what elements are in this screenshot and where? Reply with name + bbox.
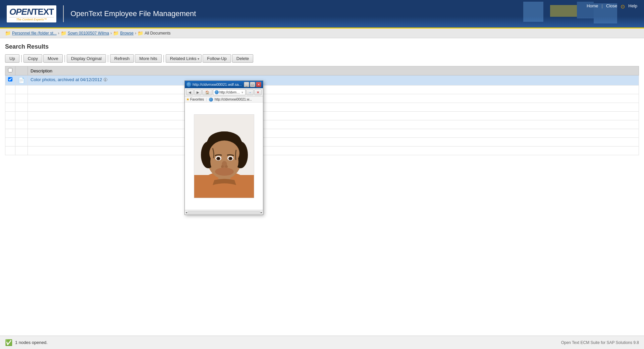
popup-close-button[interactable]: ✕ <box>256 82 261 87</box>
table-row-empty-4 <box>5 112 639 120</box>
logo-tagline: The Content Experts™ <box>9 17 54 21</box>
portrait-svg <box>194 115 254 198</box>
popup-scrollbar: ◂ ▸ <box>185 210 263 215</box>
copy-button[interactable]: Copy <box>23 54 42 63</box>
popup-toolbar: ◀ ▶ 🏠 http://cldvmxwi0... ▾ → ✕ <box>185 88 263 97</box>
results-table: Description 📄 Color photos, archived at … <box>5 66 639 155</box>
popup-maximize-button[interactable]: □ <box>250 82 255 87</box>
fav-globe-icon <box>209 98 213 102</box>
popup-titlebar: http://cldvmxwi00021.wdf.sa... _ □ ✕ <box>185 81 263 88</box>
popup-addr-globe-icon <box>215 90 219 94</box>
help-icon: ⊙ <box>621 3 625 10</box>
app-header: OPEN TEXT The Content Experts™ OpenText … <box>0 0 644 28</box>
toolbar-sep-0 <box>21 55 22 62</box>
popup-stop-button[interactable]: ✕ <box>254 89 262 95</box>
help-link[interactable]: Help <box>628 3 637 10</box>
svg-point-17 <box>230 158 231 159</box>
table-row: 📄 Color photos, archived at 04/12/2012 🛈 <box>5 75 639 85</box>
popup-forward-button[interactable]: ▶ <box>194 89 202 95</box>
toolbar-sep-2 <box>108 55 108 62</box>
popup-photo <box>194 114 254 198</box>
delete-button[interactable]: Delete <box>232 54 254 63</box>
popup-fav-tab[interactable]: http://cldvmxwi00021.w... <box>209 98 252 102</box>
breadcrumb-label-2: Browse <box>120 31 133 36</box>
folder-icon-0: 📁 <box>5 31 11 36</box>
related-links-label: Related Links <box>170 56 197 61</box>
page-title: Search Results <box>5 43 639 50</box>
header-divider <box>63 5 64 22</box>
popup-fav-tab-label: http://cldvmxwi00021.w... <box>215 98 252 101</box>
status-text: 1 nodes opened. <box>15 340 48 345</box>
col-header-description: Description <box>28 66 639 75</box>
scroll-left-button[interactable]: ◂ <box>185 211 187 214</box>
row-checkbox[interactable] <box>8 77 12 81</box>
svg-point-16 <box>218 158 219 159</box>
folder-icon-2: 📁 <box>113 31 119 36</box>
table-row-empty-3 <box>5 103 639 112</box>
related-links-dropdown-arrow: ▾ <box>198 57 199 61</box>
logo-open: OPEN <box>9 7 33 17</box>
folder-icon-3: 📁 <box>138 31 143 36</box>
favorites-label: Favorites <box>190 98 204 101</box>
popup-favorites-item[interactable]: ★ Favorites <box>186 97 204 102</box>
popup-minimize-button[interactable]: _ <box>244 82 249 87</box>
follow-up-button[interactable]: Follow-Up <box>203 54 231 63</box>
svg-point-19 <box>221 165 224 168</box>
status-product: Open Text ECM Suite for SAP Solutions 9.… <box>561 340 639 345</box>
table-row-empty-1 <box>5 85 639 94</box>
breadcrumb-current: All Documents <box>145 31 170 36</box>
logo-text: TEXT <box>33 7 54 17</box>
logo-area: OPEN TEXT The Content Experts™ <box>7 5 56 22</box>
toolbar-sep-1 <box>64 55 65 62</box>
document-info-icon: 🛈 <box>103 77 107 82</box>
up-button[interactable]: Up <box>5 54 19 63</box>
status-bar: ✅ 1 nodes opened. Open Text ECM Suite fo… <box>0 336 644 349</box>
popup-addr-text: http://cldvmxwi0... <box>219 91 241 94</box>
breadcrumb-item-1[interactable]: Sown 00100507 Wilma <box>68 31 109 36</box>
table-row-empty-5 <box>5 120 639 129</box>
svg-point-20 <box>225 165 228 168</box>
document-icon: 📄 <box>18 77 25 83</box>
addr-dropdown-icon: ▾ <box>241 91 243 94</box>
document-link[interactable]: Color photos, archived at 04/12/2012 <box>31 77 102 82</box>
header-links: Home | Close ⊙ Help <box>587 3 637 10</box>
svg-point-21 <box>215 168 234 176</box>
popup-window-controls: _ □ ✕ <box>244 82 261 87</box>
app-title: OpenText Employee File Management <box>70 9 196 18</box>
scroll-track[interactable] <box>188 211 260 214</box>
logo-box: OPEN TEXT The Content Experts™ <box>7 5 56 22</box>
scroll-right-button[interactable]: ▸ <box>261 211 262 214</box>
breadcrumb-item-0[interactable]: Personnel file (folder st... <box>12 31 57 36</box>
table-row-empty-7 <box>5 138 639 147</box>
table-row-empty-8 <box>5 147 639 155</box>
home-link[interactable]: Home <box>587 3 598 10</box>
status-check-icon: ✅ <box>5 339 12 346</box>
breadcrumb-label-1: Sown 00100507 Wilma <box>68 31 109 36</box>
col-header-icon <box>15 66 28 75</box>
display-original-button[interactable]: Display Original <box>67 54 106 63</box>
related-links-button[interactable]: Related Links ▾ <box>166 54 202 63</box>
main-content: Search Results Up Copy Move Display Orig… <box>0 38 644 340</box>
col-header-checkbox <box>5 66 15 75</box>
popup-window: http://cldvmxwi00021.wdf.sa... _ □ ✕ ◀ ▶… <box>184 80 263 215</box>
breadcrumb-label-0: Personnel file (folder st... <box>12 31 57 36</box>
table-row-empty-6 <box>5 129 639 138</box>
toolbar-sep-3 <box>163 55 164 62</box>
popup-go-button[interactable]: → <box>246 89 254 95</box>
row-description-cell: Color photos, archived at 04/12/2012 🛈 <box>28 75 639 85</box>
toolbar: Up Copy Move Display Original Refresh Mo… <box>5 54 639 63</box>
popup-content <box>185 103 263 210</box>
popup-back-button[interactable]: ◀ <box>186 89 194 95</box>
move-button[interactable]: Move <box>43 54 63 63</box>
more-hits-button[interactable]: More hits <box>135 54 161 63</box>
select-all-checkbox[interactable] <box>8 68 12 72</box>
popup-favorites-bar: ★ Favorites | http://cldvmxwi00021.w... <box>185 97 263 103</box>
breadcrumb-item-2[interactable]: Browse <box>120 31 133 36</box>
star-icon: ★ <box>186 97 190 102</box>
row-checkbox-cell <box>5 75 15 85</box>
popup-address-bar[interactable]: http://cldvmxwi0... ▾ <box>213 89 246 95</box>
folder-icon-1: 📁 <box>61 31 66 36</box>
close-link[interactable]: Close <box>606 3 617 10</box>
refresh-button[interactable]: Refresh <box>110 54 134 63</box>
popup-home-button[interactable]: 🏠 <box>202 89 212 95</box>
